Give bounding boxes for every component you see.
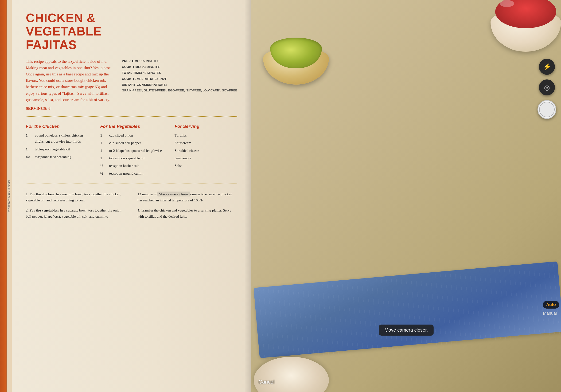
auto-label[interactable]: Auto	[543, 301, 559, 309]
vertical-text-strip: EVERY DAY EASY AIR FRYER	[7, 0, 12, 392]
list-item: Tortillas	[174, 132, 237, 138]
serving-list: Tortillas Sour cream Shredded cheese Gua…	[174, 132, 237, 169]
list-item: 4½ teaspoons taco seasoning	[26, 154, 88, 160]
servings-label: SERVINGS: 6	[26, 105, 113, 112]
timer-icon: ◎	[544, 84, 550, 91]
list-item: ½ teaspoon ground cumin	[100, 170, 163, 176]
step-2: 2. For the vegetables: In a separate bow…	[26, 207, 126, 219]
list-item: 1 tablespoon vegetable oil	[26, 146, 88, 152]
shutter-button[interactable]	[538, 100, 556, 119]
camera-overlay: ⚡ ◎	[533, 0, 561, 392]
shutter-inner	[539, 102, 555, 117]
list-item: Sour cream	[174, 140, 237, 146]
prep-time: PREP TIME: 15 MINUTES	[122, 58, 237, 64]
camera-tooltip: Move camera closer.	[379, 325, 434, 336]
instructions-section: 1. For the chicken: In a medium bowl, to…	[26, 191, 237, 224]
description-text: This recipe appeals to the lazy/efficien…	[26, 59, 112, 102]
flash-icon: ⚡	[543, 63, 551, 71]
timer-button[interactable]: ◎	[539, 79, 555, 95]
list-item: ½ teaspoon kosher salt	[100, 163, 163, 169]
step-3-cont: 13 minutes mMove camera closer.ometer to…	[137, 191, 237, 203]
book-title-vertical: EVERY DAY EASY AIR FRYER	[8, 180, 11, 212]
recipe-title: CHICKEN & VEGETABLE FAJITAS	[26, 11, 148, 52]
list-item: 1 tablespoon vegetable oil	[100, 155, 163, 161]
ingredients-row: For the Chicken 1 pound boneless, skinle…	[26, 124, 237, 184]
instructions-col2: 13 minutes mMove camera closer.ometer to…	[137, 191, 237, 224]
napkin	[253, 261, 561, 358]
description-block: This recipe appeals to the lazy/efficien…	[26, 58, 113, 112]
step-1: 1. For the chicken: In a medium bowl, to…	[26, 191, 126, 203]
instructions-row: 1. For the chicken: In a medium bowl, to…	[26, 191, 237, 224]
exposure-labels: Auto Manual	[540, 301, 559, 317]
list-item: 1 cup sliced bell pepper	[100, 140, 163, 146]
list-item: Shredded cheese	[174, 148, 237, 154]
list-item: Salsa	[174, 163, 237, 169]
chicken-ingredient-list: 1 pound boneless, skinless chicken thigh…	[26, 132, 88, 160]
list-item: 1 cup sliced onion	[100, 132, 163, 138]
chicken-ingredients: For the Chicken 1 pound boneless, skinle…	[26, 124, 88, 178]
list-item: 1 pound boneless, skinless chicken thigh…	[26, 132, 88, 145]
cook-temp: COOK TEMPERATURE: 375°F	[122, 76, 237, 82]
instructions-col1: 1. For the chicken: In a medium bowl, to…	[26, 191, 126, 224]
total-time: TOTAL TIME: 40 MINUTES	[122, 70, 237, 76]
vegetable-ingredients: For the Vegetables 1 cup sliced onion 1 …	[100, 124, 163, 178]
manual-label[interactable]: Manual	[540, 310, 559, 317]
intro-row: This recipe appeals to the lazy/efficien…	[26, 58, 237, 117]
cook-time: COOK TIME: 23 MINUTES	[122, 64, 237, 70]
photo-background: Move camera closer. ⚡ ◎ Auto Manual	[251, 0, 561, 392]
guacamole-bowl	[263, 33, 329, 85]
cancel-button[interactable]: Cancel	[259, 379, 274, 385]
flash-button[interactable]: ⚡	[539, 59, 555, 75]
photo-section: Move camera closer. ⚡ ◎ Auto Manual Can	[251, 0, 561, 392]
list-item: Guacamole	[174, 155, 237, 161]
list-item: 1 or 2 jalapeños, quartered lengthwise	[100, 148, 163, 154]
vegetable-ingredient-list: 1 cup sliced onion 1 cup sliced bell pep…	[100, 132, 163, 176]
book-binding	[0, 0, 7, 392]
step-4: 4. Transfer the chicken and vegetables t…	[137, 207, 237, 219]
chicken-column-title: For the Chicken	[26, 124, 88, 129]
meta-info-block: PREP TIME: 15 MINUTES COOK TIME: 23 MINU…	[122, 58, 237, 112]
serving-column-title: For Serving	[174, 124, 237, 129]
serving-ingredients: For Serving Tortillas Sour cream Shredde…	[174, 124, 237, 178]
book-page: CHICKEN & VEGETABLE FAJITAS This recipe …	[12, 0, 251, 392]
plate-bottom	[254, 357, 329, 392]
vegetable-column-title: For the Vegetables	[100, 124, 163, 129]
dietary: DIETARY CONSIDERATIONS: GRAIN-FREE*, GLU…	[122, 82, 237, 93]
